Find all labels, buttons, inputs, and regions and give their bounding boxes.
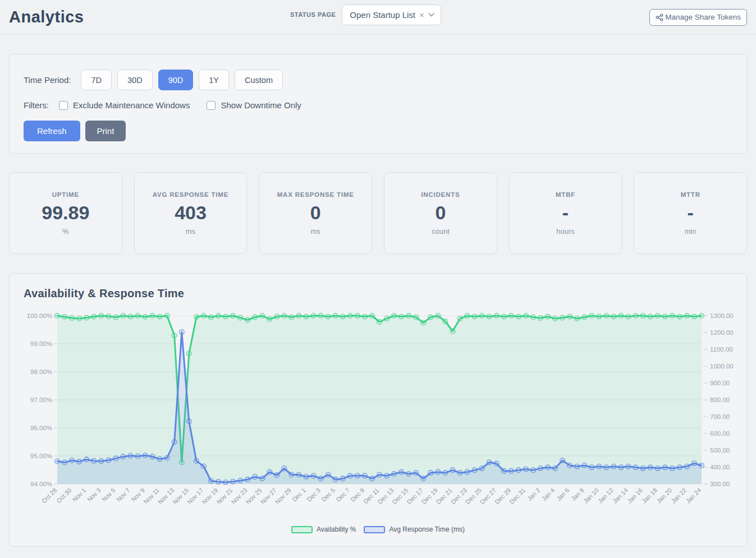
svg-text:Nov 19: Nov 19 — [200, 487, 219, 505]
svg-text:100.00%: 100.00% — [27, 312, 52, 319]
time-period-7d-button[interactable]: 7D — [81, 70, 112, 90]
checkbox[interactable] — [59, 101, 68, 110]
app-header: Analytics STATUS PAGE Open Startup List … — [0, 0, 756, 35]
svg-text:Dec 3: Dec 3 — [305, 487, 322, 503]
stat-card: MTBF-hours — [509, 172, 622, 254]
availability-response-chart: 100.00%99.00%98.00%97.00%96.00%95.00%94.… — [10, 305, 746, 522]
checkbox[interactable] — [207, 101, 216, 110]
svg-text:Dec 27: Dec 27 — [479, 487, 497, 505]
svg-text:Nov 3: Nov 3 — [86, 487, 102, 503]
x-axis: Oct 28Oct 30Nov 1Nov 3Nov 5Nov 7Nov 9Nov… — [40, 487, 702, 505]
svg-text:500.00: 500.00 — [710, 447, 730, 454]
svg-text:Nov 27: Nov 27 — [259, 487, 278, 505]
share-icon — [656, 13, 663, 21]
status-page-select[interactable]: Open Startup List × — [342, 4, 441, 25]
svg-text:99.00%: 99.00% — [30, 340, 52, 347]
svg-text:Dec 7: Dec 7 — [335, 487, 351, 503]
filters-row: Filters: Exclude Maintenance WindowsShow… — [24, 100, 732, 110]
svg-text:700.00: 700.00 — [710, 413, 730, 420]
svg-text:1300.00: 1300.00 — [710, 312, 734, 319]
svg-text:1100.00: 1100.00 — [710, 346, 733, 353]
svg-text:Jan 12: Jan 12 — [597, 487, 615, 505]
svg-text:400.00: 400.00 — [710, 464, 730, 471]
actions-row: Refresh Print — [24, 121, 732, 141]
stat-card: INCIDENTS0count — [384, 172, 497, 254]
svg-text:98.00%: 98.00% — [30, 368, 52, 375]
svg-text:94.00%: 94.00% — [30, 481, 52, 487]
time-period-90d-button[interactable]: 90D — [158, 70, 194, 90]
legend-label: Avg Response Time (ms) — [389, 525, 465, 533]
svg-text:Nov 15: Nov 15 — [171, 487, 190, 505]
stat-card: MAX RESPONSE TIME0ms — [259, 172, 372, 254]
refresh-button[interactable]: Refresh — [24, 121, 80, 141]
svg-text:Oct 28: Oct 28 — [40, 487, 58, 504]
right-axis: 1300.001200.001100.001000.00900.00800.00… — [704, 312, 734, 487]
checkbox-label: Exclude Maintenance Windows — [73, 100, 190, 110]
manage-share-tokens-button[interactable]: Manage Share Tokens — [649, 9, 747, 26]
svg-text:Jan 10: Jan 10 — [582, 487, 600, 505]
stat-card: MTTR-min — [634, 172, 747, 254]
svg-text:Jan 14: Jan 14 — [611, 487, 629, 505]
svg-text:Dec 13: Dec 13 — [376, 487, 395, 505]
legend-item[interactable]: Availability % — [291, 525, 356, 533]
legend-swatch — [291, 526, 313, 533]
stat-unit: hours — [556, 227, 575, 236]
filter-checkbox-item: Exclude Maintenance Windows — [59, 100, 190, 110]
svg-text:Dec 31: Dec 31 — [508, 487, 526, 505]
legend-label: Availability % — [317, 525, 356, 533]
stat-value: - — [688, 203, 694, 222]
legend-swatch — [364, 526, 385, 533]
manage-share-tokens-label: Manage Share Tokens — [665, 13, 741, 21]
chart-legend: Availability %Avg Response Time (ms) — [10, 525, 746, 533]
time-period-custom-button[interactable]: Custom — [235, 70, 283, 90]
stat-value: 0 — [310, 203, 321, 222]
stat-label: MTTR — [681, 191, 700, 198]
svg-text:Dec 19: Dec 19 — [420, 487, 439, 505]
svg-text:Dec 23: Dec 23 — [450, 487, 468, 505]
stat-unit: min — [685, 227, 697, 236]
stat-unit: % — [62, 227, 69, 236]
stat-unit: ms — [186, 227, 195, 236]
stat-label: UPTIME — [52, 191, 79, 198]
stat-label: MTBF — [556, 191, 575, 198]
svg-text:Dec 5: Dec 5 — [320, 487, 336, 503]
legend-item[interactable]: Avg Response Time (ms) — [364, 525, 465, 533]
clear-icon[interactable]: × — [419, 11, 424, 19]
svg-text:Jan 6: Jan 6 — [555, 487, 571, 502]
page-title: Analytics — [9, 8, 84, 26]
stat-label: AVG RESPONSE TIME — [153, 191, 228, 198]
svg-text:Nov 7: Nov 7 — [115, 487, 131, 503]
svg-text:Jan 24: Jan 24 — [685, 487, 703, 505]
svg-text:600.00: 600.00 — [710, 430, 730, 437]
svg-text:Dec 21: Dec 21 — [435, 487, 453, 505]
stat-value: 0 — [435, 203, 446, 222]
svg-text:800.00: 800.00 — [710, 396, 730, 403]
filter-checkboxes: Exclude Maintenance WindowsShow Downtime… — [59, 100, 318, 110]
print-button[interactable]: Print — [85, 121, 126, 141]
chart-title: Availability & Response Time — [10, 287, 746, 300]
stat-unit: ms — [311, 227, 320, 236]
svg-text:Nov 21: Nov 21 — [215, 487, 233, 505]
stat-label: INCIDENTS — [421, 191, 460, 198]
stat-value: 99.89 — [42, 203, 89, 222]
time-period-1y-button[interactable]: 1Y — [199, 70, 229, 90]
svg-text:1000.00: 1000.00 — [710, 363, 734, 370]
svg-text:Nov 5: Nov 5 — [100, 487, 117, 503]
time-period-label: Time Period: — [24, 75, 71, 85]
svg-text:Nov 23: Nov 23 — [230, 487, 248, 505]
chart-panel: Availability & Response Time 100.00%99.0… — [9, 273, 747, 547]
svg-text:96.00%: 96.00% — [30, 425, 52, 431]
chart-wrap: 100.00%99.00%98.00%97.00%96.00%95.00%94.… — [10, 305, 746, 524]
svg-text:Nov 17: Nov 17 — [186, 487, 204, 505]
status-page-value: Open Startup List — [350, 10, 415, 20]
time-period-30d-button[interactable]: 30D — [117, 70, 153, 90]
stat-card: UPTIME99.89% — [9, 172, 122, 254]
svg-text:Jan 20: Jan 20 — [655, 487, 673, 505]
svg-text:Nov 13: Nov 13 — [157, 487, 175, 505]
time-period-buttons: 7D30D90D1YCustom — [81, 70, 282, 90]
status-page-picker: STATUS PAGE Open Startup List × — [290, 0, 441, 29]
chevron-down-icon[interactable] — [428, 13, 434, 17]
stat-card: AVG RESPONSE TIME403ms — [134, 172, 248, 254]
stats-row: UPTIME99.89%AVG RESPONSE TIME403msMAX RE… — [9, 172, 747, 254]
stat-value: 403 — [175, 203, 207, 222]
